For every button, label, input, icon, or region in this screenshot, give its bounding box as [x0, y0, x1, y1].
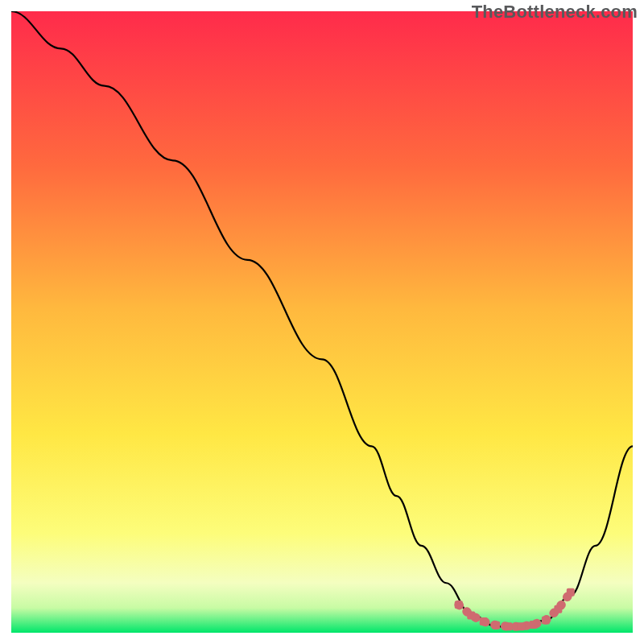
optimal-marker — [492, 621, 500, 630]
optimal-marker — [505, 622, 513, 630]
optimal-marker — [467, 611, 475, 619]
chart-svg — [11, 11, 633, 633]
optimal-marker — [554, 605, 562, 613]
gradient-background — [11, 11, 633, 633]
optimal-marker — [517, 622, 525, 630]
optimal-marker — [542, 617, 550, 625]
optimal-marker — [529, 621, 537, 629]
watermark-text: TheBottleneck.com — [472, 2, 638, 23]
optimal-marker — [567, 588, 575, 597]
optimal-marker — [480, 617, 488, 625]
optimal-marker — [455, 601, 463, 609]
chart-area — [11, 11, 633, 633]
